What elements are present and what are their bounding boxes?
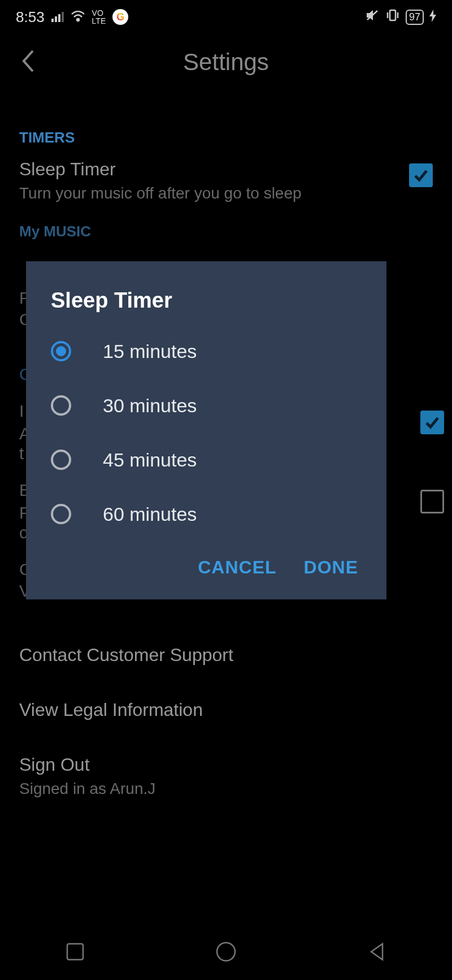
google-icon: G (112, 9, 128, 25)
status-bar: 8:53 VO LTE G 97 (0, 0, 452, 34)
svg-rect-1 (55, 16, 57, 22)
signout-title: Sign Out (19, 754, 155, 775)
charging-icon (429, 8, 436, 26)
cancel-button[interactable]: CANCEL (198, 557, 276, 578)
radio-icon (51, 450, 71, 470)
svg-rect-0 (51, 19, 54, 22)
row-signout[interactable]: Sign Out Signed in as Arun.J (19, 754, 433, 799)
row-legal[interactable]: View Legal Information (19, 700, 433, 720)
signal-icon (51, 8, 64, 26)
radio-icon (51, 341, 71, 361)
option-60[interactable]: 60 minutes (26, 487, 386, 541)
option-45[interactable]: 45 minutes (26, 433, 386, 487)
option-15[interactable]: 15 minutes (26, 324, 386, 378)
vibrate-icon (385, 8, 400, 27)
signout-sub: Signed in as Arun.J (19, 779, 155, 799)
settings-content: TIMERS Sleep Timer Turn your music off a… (0, 90, 452, 240)
section-timers: TIMERS (19, 129, 433, 146)
sleep-timer-dialog: Sleep Timer 15 minutes 30 minutes 45 min… (26, 261, 386, 599)
checkbox-peek-2[interactable] (420, 490, 444, 513)
back-button[interactable] (20, 49, 36, 76)
page-title: Settings (183, 49, 269, 76)
svg-rect-2 (58, 14, 60, 22)
radio-icon (51, 395, 71, 416)
sleep-timer-checkbox[interactable] (409, 163, 433, 187)
sleep-timer-sub: Turn your music off after you go to slee… (19, 183, 302, 204)
svg-rect-6 (390, 10, 395, 20)
volte-icon: VO LTE (92, 9, 106, 25)
svg-rect-9 (67, 944, 83, 960)
section-my-music: My MUSIC (19, 223, 433, 240)
row-contact[interactable]: Contact Customer Support (19, 645, 433, 666)
status-time: 8:53 (16, 8, 45, 26)
wifi-icon (71, 8, 85, 26)
battery-icon: 97 (406, 10, 424, 25)
sleep-timer-title: Sleep Timer (19, 159, 302, 180)
svg-rect-3 (62, 12, 64, 22)
svg-point-10 (217, 943, 235, 961)
dialog-title: Sleep Timer (26, 288, 386, 324)
app-header: Settings (0, 34, 452, 90)
nav-back[interactable] (367, 942, 387, 964)
row-sleep-timer[interactable]: Sleep Timer Turn your music off after yo… (19, 159, 433, 204)
nav-recent[interactable] (65, 942, 85, 964)
option-30[interactable]: 30 minutes (26, 378, 386, 433)
radio-icon (51, 504, 71, 524)
nav-home[interactable] (215, 940, 237, 965)
checkbox-peek-1[interactable] (420, 411, 444, 434)
done-button[interactable]: DONE (304, 557, 358, 578)
mute-icon (365, 8, 380, 26)
system-nav (0, 936, 452, 970)
svg-point-4 (77, 19, 79, 21)
